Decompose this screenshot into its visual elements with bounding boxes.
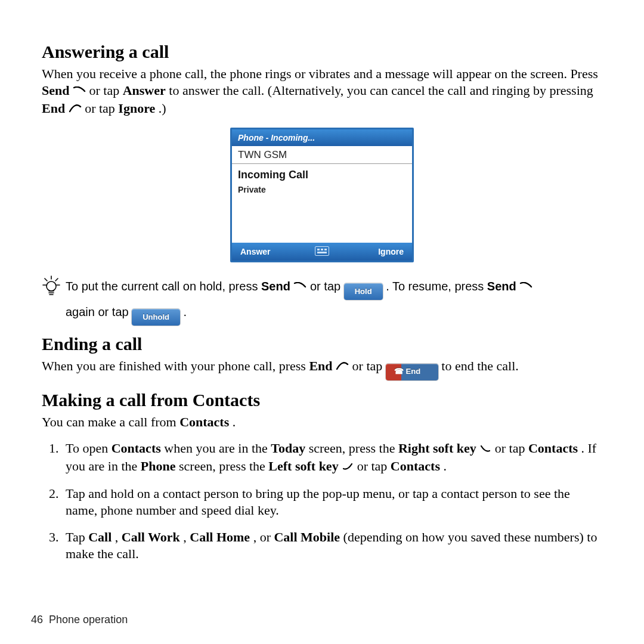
text: When you are finished with your phone ca… (42, 358, 309, 373)
para-contacts-intro: You can make a call from Contacts . (42, 414, 602, 431)
text: When you receive a phone call, the phone… (42, 66, 598, 81)
kw-call: Call (88, 530, 112, 544)
text: . (443, 459, 447, 473)
text: .) (159, 101, 166, 116)
kw-send: Send (261, 280, 290, 293)
text: to answer the call. (Alternatively, you … (169, 83, 593, 98)
tip-hold: To put the current call on hold, press S… (42, 274, 602, 326)
end-call-button[interactable]: ☎ End (386, 364, 438, 380)
text: to end the call. (441, 358, 519, 373)
end-label: End (406, 367, 421, 377)
kw-call-work: Call Work (122, 530, 180, 544)
kw-send: Send (42, 83, 69, 98)
kw-phone: Phone (141, 459, 176, 473)
screenshot-body: Incoming Call Private (232, 164, 412, 243)
kw-ignore: Ignore (118, 101, 155, 116)
text: screen, press the (309, 441, 398, 456)
phone-icon: ☎ (394, 367, 402, 377)
softkey-ignore[interactable]: Ignore (332, 247, 412, 256)
para-answering: When you receive a phone call, the phone… (42, 66, 602, 118)
right-soft-key-icon (479, 441, 491, 458)
send-key-icon (293, 275, 306, 299)
svg-line-2 (55, 278, 58, 281)
kw-end: End (309, 358, 332, 373)
text: or tap (357, 459, 391, 473)
end-key-icon (336, 359, 349, 376)
screenshot-wrap: Phone - Incoming... TWN GSM Incoming Cal… (42, 128, 602, 262)
kw-end: End (42, 101, 65, 116)
text: . (184, 305, 187, 318)
kw-answer: Answer (123, 83, 166, 98)
kw-right-soft: Right soft key (398, 441, 476, 456)
incoming-label: Incoming Call (238, 169, 406, 181)
text: when you are in the (164, 441, 271, 456)
heading-answering: Answering a call (42, 42, 602, 62)
text: or tap (352, 358, 386, 373)
step-1: To open Contacts when you are in the Tod… (62, 440, 602, 476)
unhold-label: Unhold (143, 309, 169, 325)
text: or tap (495, 441, 528, 456)
send-key-icon (73, 83, 86, 100)
phone-incoming-screenshot: Phone - Incoming... TWN GSM Incoming Cal… (230, 128, 414, 262)
tip-text: To put the current call on hold, press S… (66, 274, 532, 326)
text: You can make a call from (42, 414, 179, 429)
step-3: Tap Call , Call Work , Call Home , or Ca… (62, 529, 602, 562)
text: or tap (310, 280, 344, 293)
manual-page: Answering a call When you receive a phon… (0, 0, 644, 644)
kw-contacts: Contacts (112, 441, 161, 456)
text: . (233, 414, 236, 429)
end-key-icon (69, 101, 82, 118)
unhold-button[interactable]: Unhold (132, 309, 180, 326)
text: again or tap (66, 305, 132, 318)
text: or tap (85, 101, 118, 116)
text: To put the current call on hold, press (66, 280, 261, 293)
kw-contacts: Contacts (391, 459, 440, 473)
caller-label: Private (238, 185, 406, 194)
step-2: Tap and hold on a contact person to brin… (62, 485, 602, 519)
left-soft-key-icon (342, 459, 354, 476)
text: , (115, 530, 122, 544)
svg-point-5 (47, 281, 56, 291)
footer-label: Phone operation (49, 614, 128, 626)
hold-label: Hold (355, 284, 372, 299)
kw-send: Send (487, 280, 516, 293)
softkey-bar: Answer Ignore (232, 243, 412, 261)
kw-left-soft: Left soft key (268, 459, 338, 473)
steps-list: To open Contacts when you are in the Tod… (42, 440, 602, 562)
lightbulb-icon (42, 275, 66, 298)
carrier-label: TWN GSM (232, 146, 412, 164)
kw-call-home: Call Home (190, 530, 250, 544)
hold-button[interactable]: Hold (344, 283, 383, 300)
page-footer: 46 Phone operation (31, 614, 128, 626)
kw-contacts: Contacts (179, 414, 229, 429)
keyboard-icon[interactable] (312, 246, 332, 258)
para-ending: When you are finished with your phone ca… (42, 358, 602, 380)
text: . To resume, press (386, 280, 487, 293)
kw-contacts: Contacts (528, 441, 578, 456)
text: screen, press the (179, 459, 268, 473)
screenshot-title: Phone - Incoming... (232, 129, 412, 146)
kw-call-mobile: Call Mobile (274, 530, 340, 544)
heading-contacts: Making a call from Contacts (42, 390, 602, 410)
heading-ending: Ending a call (42, 334, 602, 354)
text: To open (66, 441, 112, 456)
text: , or (253, 530, 274, 544)
softkey-answer[interactable]: Answer (232, 247, 312, 256)
send-key-icon (519, 275, 532, 299)
text: or tap (89, 83, 122, 98)
svg-line-1 (45, 278, 47, 281)
text: Tap (66, 530, 88, 544)
text: , (183, 530, 190, 544)
kw-today: Today (271, 441, 305, 456)
page-number: 46 (31, 614, 43, 626)
